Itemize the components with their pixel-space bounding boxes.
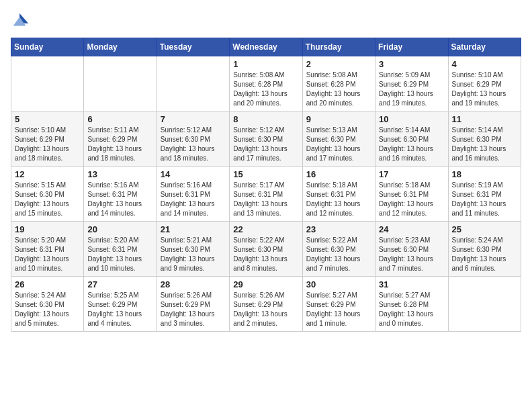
day-info: Sunrise: 5:21 AM Sunset: 6:30 PM Dayligh…	[161, 236, 226, 273]
day-number: 1	[233, 59, 298, 69]
day-info: Sunrise: 5:15 AM Sunset: 6:30 PM Dayligh…	[15, 181, 80, 218]
calendar-cell: 29Sunrise: 5:26 AM Sunset: 6:29 PM Dayli…	[230, 277, 302, 332]
day-info: Sunrise: 5:23 AM Sunset: 6:30 PM Dayligh…	[379, 236, 444, 273]
calendar-cell: 23Sunrise: 5:22 AM Sunset: 6:30 PM Dayli…	[302, 222, 375, 277]
day-info: Sunrise: 5:26 AM Sunset: 6:29 PM Dayligh…	[161, 291, 226, 328]
day-number: 10	[379, 114, 444, 124]
day-info: Sunrise: 5:19 AM Sunset: 6:31 PM Dayligh…	[452, 181, 517, 218]
page-header	[11, 11, 521, 30]
calendar-cell: 20Sunrise: 5:20 AM Sunset: 6:31 PM Dayli…	[84, 222, 157, 277]
day-number: 21	[161, 224, 226, 234]
day-info: Sunrise: 5:24 AM Sunset: 6:30 PM Dayligh…	[452, 236, 517, 273]
day-number: 17	[379, 169, 444, 179]
day-info: Sunrise: 5:16 AM Sunset: 6:31 PM Dayligh…	[87, 181, 152, 218]
day-number: 23	[306, 224, 371, 234]
calendar-cell: 15Sunrise: 5:17 AM Sunset: 6:31 PM Dayli…	[230, 167, 302, 222]
calendar-cell: 22Sunrise: 5:22 AM Sunset: 6:30 PM Dayli…	[230, 222, 302, 277]
day-number: 5	[15, 114, 80, 124]
weekday-header: Wednesday	[230, 38, 302, 56]
day-info: Sunrise: 5:26 AM Sunset: 6:29 PM Dayligh…	[233, 291, 298, 328]
day-number: 2	[306, 59, 371, 69]
day-number: 28	[161, 279, 226, 289]
day-number: 31	[379, 279, 444, 289]
day-info: Sunrise: 5:14 AM Sunset: 6:30 PM Dayligh…	[379, 126, 444, 163]
day-info: Sunrise: 5:08 AM Sunset: 6:28 PM Dayligh…	[306, 71, 371, 108]
calendar-cell: 21Sunrise: 5:21 AM Sunset: 6:30 PM Dayli…	[157, 222, 229, 277]
day-number: 3	[379, 59, 444, 69]
calendar-cell: 16Sunrise: 5:18 AM Sunset: 6:31 PM Dayli…	[302, 167, 375, 222]
day-info: Sunrise: 5:20 AM Sunset: 6:31 PM Dayligh…	[87, 236, 152, 273]
weekday-header: Thursday	[302, 38, 375, 56]
calendar-cell: 31Sunrise: 5:27 AM Sunset: 6:28 PM Dayli…	[375, 277, 448, 332]
calendar-cell: 30Sunrise: 5:27 AM Sunset: 6:29 PM Dayli…	[302, 277, 375, 332]
day-info: Sunrise: 5:08 AM Sunset: 6:28 PM Dayligh…	[233, 71, 298, 108]
calendar-cell: 6Sunrise: 5:11 AM Sunset: 6:29 PM Daylig…	[84, 111, 157, 167]
calendar-cell: 7Sunrise: 5:12 AM Sunset: 6:30 PM Daylig…	[157, 111, 229, 167]
calendar-cell: 9Sunrise: 5:13 AM Sunset: 6:30 PM Daylig…	[302, 111, 375, 167]
calendar-cell	[157, 56, 229, 111]
calendar-header-row: SundayMondayTuesdayWednesdayThursdayFrid…	[11, 38, 521, 56]
weekday-header: Friday	[375, 38, 448, 56]
day-number: 18	[452, 169, 517, 179]
calendar-week-row: 5Sunrise: 5:10 AM Sunset: 6:29 PM Daylig…	[11, 111, 521, 167]
calendar-cell	[11, 56, 84, 111]
day-info: Sunrise: 5:25 AM Sunset: 6:29 PM Dayligh…	[87, 291, 152, 328]
day-info: Sunrise: 5:10 AM Sunset: 6:29 PM Dayligh…	[452, 71, 517, 108]
day-info: Sunrise: 5:27 AM Sunset: 6:28 PM Dayligh…	[379, 291, 444, 328]
calendar-cell	[84, 56, 157, 111]
day-number: 14	[161, 169, 226, 179]
calendar-cell	[448, 277, 521, 332]
day-number: 22	[233, 224, 298, 234]
day-number: 24	[379, 224, 444, 234]
day-info: Sunrise: 5:22 AM Sunset: 6:30 PM Dayligh…	[306, 236, 371, 273]
day-number: 26	[15, 279, 80, 289]
calendar-cell: 3Sunrise: 5:09 AM Sunset: 6:29 PM Daylig…	[375, 56, 448, 111]
calendar-cell: 12Sunrise: 5:15 AM Sunset: 6:30 PM Dayli…	[11, 167, 84, 222]
weekday-header: Monday	[84, 38, 157, 56]
calendar-cell: 10Sunrise: 5:14 AM Sunset: 6:30 PM Dayli…	[375, 111, 448, 167]
day-number: 27	[87, 279, 152, 289]
calendar-cell: 2Sunrise: 5:08 AM Sunset: 6:28 PM Daylig…	[302, 56, 375, 111]
day-info: Sunrise: 5:12 AM Sunset: 6:30 PM Dayligh…	[161, 126, 226, 163]
logo	[11, 11, 34, 30]
calendar-cell: 1Sunrise: 5:08 AM Sunset: 6:28 PM Daylig…	[230, 56, 302, 111]
day-info: Sunrise: 5:14 AM Sunset: 6:30 PM Dayligh…	[452, 126, 517, 163]
day-number: 29	[233, 279, 298, 289]
day-number: 4	[452, 59, 517, 69]
day-info: Sunrise: 5:09 AM Sunset: 6:29 PM Dayligh…	[379, 71, 444, 108]
day-number: 9	[306, 114, 371, 124]
day-number: 7	[161, 114, 226, 124]
weekday-header: Tuesday	[157, 38, 229, 56]
day-number: 12	[15, 169, 80, 179]
calendar-cell: 5Sunrise: 5:10 AM Sunset: 6:29 PM Daylig…	[11, 111, 84, 167]
day-number: 15	[233, 169, 298, 179]
calendar-cell: 28Sunrise: 5:26 AM Sunset: 6:29 PM Dayli…	[157, 277, 229, 332]
calendar-week-row: 19Sunrise: 5:20 AM Sunset: 6:31 PM Dayli…	[11, 222, 521, 277]
day-info: Sunrise: 5:18 AM Sunset: 6:31 PM Dayligh…	[306, 181, 371, 218]
calendar-cell: 14Sunrise: 5:16 AM Sunset: 6:31 PM Dayli…	[157, 167, 229, 222]
calendar-week-row: 26Sunrise: 5:24 AM Sunset: 6:30 PM Dayli…	[11, 277, 521, 332]
calendar-cell: 27Sunrise: 5:25 AM Sunset: 6:29 PM Dayli…	[84, 277, 157, 332]
day-info: Sunrise: 5:27 AM Sunset: 6:29 PM Dayligh…	[306, 291, 371, 328]
day-number: 20	[87, 224, 152, 234]
calendar-week-row: 12Sunrise: 5:15 AM Sunset: 6:30 PM Dayli…	[11, 167, 521, 222]
day-info: Sunrise: 5:24 AM Sunset: 6:30 PM Dayligh…	[15, 291, 80, 328]
day-number: 6	[87, 114, 152, 124]
calendar-cell: 13Sunrise: 5:16 AM Sunset: 6:31 PM Dayli…	[84, 167, 157, 222]
day-info: Sunrise: 5:10 AM Sunset: 6:29 PM Dayligh…	[15, 126, 80, 163]
day-number: 13	[87, 169, 152, 179]
day-info: Sunrise: 5:12 AM Sunset: 6:30 PM Dayligh…	[233, 126, 298, 163]
calendar-table: SundayMondayTuesdayWednesdayThursdayFrid…	[11, 38, 521, 332]
day-number: 8	[233, 114, 298, 124]
calendar-cell: 8Sunrise: 5:12 AM Sunset: 6:30 PM Daylig…	[230, 111, 302, 167]
day-number: 19	[15, 224, 80, 234]
calendar-week-row: 1Sunrise: 5:08 AM Sunset: 6:28 PM Daylig…	[11, 56, 521, 111]
day-info: Sunrise: 5:18 AM Sunset: 6:31 PM Dayligh…	[379, 181, 444, 218]
calendar-cell: 4Sunrise: 5:10 AM Sunset: 6:29 PM Daylig…	[448, 56, 521, 111]
weekday-header: Sunday	[11, 38, 84, 56]
day-number: 11	[452, 114, 517, 124]
day-info: Sunrise: 5:13 AM Sunset: 6:30 PM Dayligh…	[306, 126, 371, 163]
day-info: Sunrise: 5:11 AM Sunset: 6:29 PM Dayligh…	[87, 126, 152, 163]
day-info: Sunrise: 5:16 AM Sunset: 6:31 PM Dayligh…	[161, 181, 226, 218]
logo-icon	[11, 11, 30, 30]
